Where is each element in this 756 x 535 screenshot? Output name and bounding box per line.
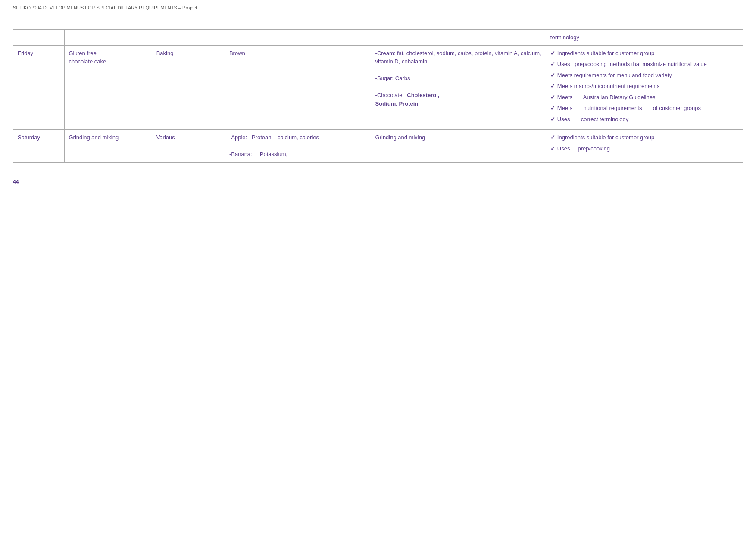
saturday-criteria-1: ✓ Ingredients suitable for customer grou… (550, 133, 738, 142)
saturday-nutrients: Grinding and mixing (371, 130, 546, 163)
friday-row: Friday Gluten freechocolate cake Baking … (13, 45, 743, 130)
saturday-ingredients: -Apple: Protean, calcium, calories -Bana… (225, 130, 371, 163)
saturday-day: Saturday (13, 130, 65, 163)
saturday-method: Various (152, 130, 225, 163)
friday-dish: Gluten freechocolate cake (64, 45, 152, 130)
check-icon-1: ✓ (550, 49, 555, 58)
criteria-item-7: ✓ Uses correct terminology (550, 115, 738, 124)
cell-empty-2 (64, 30, 152, 46)
check-icon-6: ✓ (550, 104, 555, 113)
criteria-item-3: ✓ Meets requirements for menu and food v… (550, 71, 738, 80)
friday-ingredients: Brown (225, 45, 371, 130)
cell-empty-3 (152, 30, 225, 46)
criteria-item-2: ✓ Uses prep/cooking methods that maximiz… (550, 60, 738, 69)
table-row: terminology (13, 30, 743, 46)
friday-method: Baking (152, 45, 225, 130)
saturday-criteria-2: ✓ Uses prep/cooking (550, 144, 738, 153)
criteria-item-4: ✓ Meets macro-/micronutrient requirement… (550, 82, 738, 91)
saturday-criteria: ✓ Ingredients suitable for customer grou… (546, 130, 743, 163)
saturday-check-icon-1: ✓ (550, 133, 555, 142)
page-number: 44 (0, 175, 756, 188)
page-header: SITHKOP004 DEVELOP MENUS FOR SPECIAL DIE… (0, 0, 756, 16)
friday-criteria: ✓ Ingredients suitable for customer grou… (546, 45, 743, 130)
page-container: terminology Friday Gluten freechocolate … (0, 25, 756, 175)
header-title: SITHKOP004 DEVELOP MENUS FOR SPECIAL DIE… (13, 5, 197, 10)
check-icon-4: ✓ (550, 82, 555, 91)
saturday-row: Saturday Grinding and mixing Various -Ap… (13, 130, 743, 163)
friday-nutrients: -Cream: fat, cholesterol, sodium, carbs,… (371, 45, 546, 130)
cell-empty-1 (13, 30, 65, 46)
friday-day: Friday (13, 45, 65, 130)
check-icon-7: ✓ (550, 115, 555, 124)
check-icon-5: ✓ (550, 93, 555, 102)
criteria-item-5: ✓ Meets Australian Dietary Guidelines (550, 93, 738, 102)
saturday-dish: Grinding and mixing (64, 130, 152, 163)
criteria-item-6: ✓ Meets nutritional requirements of cust… (550, 104, 738, 113)
check-icon-3: ✓ (550, 71, 555, 80)
main-table: terminology Friday Gluten freechocolate … (13, 29, 743, 163)
terminology-text: terminology (550, 34, 579, 41)
cell-terminology: terminology (546, 30, 743, 46)
chocolate-bold: Cholesterol,Sodium, Protein (375, 92, 440, 107)
criteria-item-1: ✓ Ingredients suitable for customer grou… (550, 49, 738, 58)
cell-empty-4 (225, 30, 371, 46)
saturday-check-icon-2: ✓ (550, 144, 555, 153)
cell-empty-5 (371, 30, 546, 46)
check-icon-2: ✓ (550, 60, 555, 69)
